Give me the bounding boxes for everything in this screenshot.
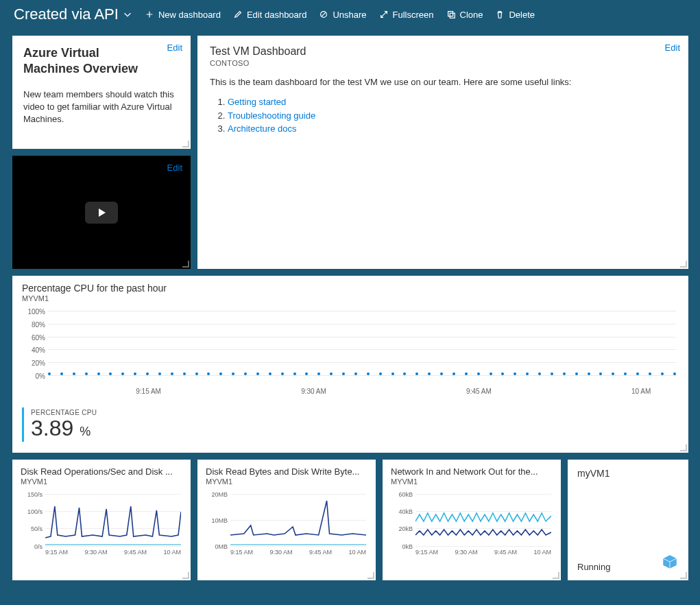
network-sparkline [415, 494, 551, 546]
delete-label: Delete [509, 10, 535, 20]
list-item: Troubleshooting guide [228, 109, 676, 123]
getting-started-link[interactable]: Getting started [228, 97, 286, 107]
network-chart: 60kB 40kB 20kB 0kB [391, 494, 553, 546]
y-tick: 100/s [21, 508, 43, 515]
unshare-label: Unshare [333, 10, 366, 20]
y-tick: 0kB [391, 543, 413, 550]
x-tick: 9:15 AM [415, 549, 438, 556]
testvm-edit-link[interactable]: Edit [665, 43, 680, 53]
disk-ops-tile[interactable]: Disk Read Operations/Sec and Disk ... MY… [12, 460, 191, 580]
delete-button[interactable]: Delete [495, 10, 535, 20]
dashboard-title-text: Created via API [14, 5, 119, 23]
chevron-down-icon [123, 10, 132, 19]
disk-bytes-tile[interactable]: Disk Read Bytes and Disk Write Byte... M… [197, 460, 376, 580]
list-item: Architecture docs [228, 122, 676, 136]
svg-rect-1 [448, 12, 452, 16]
video-tile[interactable]: Edit [12, 156, 191, 269]
dashboard-toolbar: Created via API New dashboard Edit dashb… [0, 0, 700, 36]
fullscreen-label: Fullscreen [393, 10, 434, 20]
y-tick: 0% [22, 372, 45, 380]
new-dashboard-label: New dashboard [158, 10, 221, 20]
disk-ops-resource: MYVM1 [21, 477, 182, 486]
dashboard-grid: Edit Azure Virtual Machines Overview New… [0, 36, 700, 589]
resize-handle[interactable] [182, 141, 189, 147]
overview-tile[interactable]: Edit Azure Virtual Machines Overview New… [12, 36, 191, 149]
disk-ops-chart: 150/s 100/s 50/s 0/s [21, 494, 182, 546]
cpu-metric: PERCENTAGE CPU 3.89 % [22, 407, 679, 442]
testvm-links-list: Getting started Troubleshooting guide Ar… [210, 95, 676, 136]
resize-handle[interactable] [182, 572, 189, 579]
y-tick: 150/s [21, 491, 43, 498]
fullscreen-button[interactable]: Fullscreen [379, 10, 434, 20]
y-tick: 40kB [391, 508, 413, 515]
testvm-org: CONTOSO [210, 59, 676, 67]
clone-label: Clone [460, 10, 483, 20]
disk-bytes-title: Disk Read Bytes and Disk Write Byte... [206, 466, 367, 477]
x-tick: 9:45 AM [494, 549, 517, 556]
y-tick: 60kB [391, 491, 413, 498]
new-dashboard-button[interactable]: New dashboard [145, 10, 221, 20]
x-tick: 9:30 AM [84, 549, 107, 556]
disk-ops-sparkline [45, 494, 181, 546]
dashboard-title[interactable]: Created via API [14, 5, 132, 23]
y-tick: 100% [22, 308, 45, 316]
disk-bytes-chart: 20MB 10MB 0MB [206, 494, 367, 546]
overview-body: New team members should watch this video… [23, 88, 180, 126]
disk-bytes-resource: MYVM1 [206, 477, 367, 486]
vm-status: Running [577, 562, 610, 572]
x-tick: 9:15 AM [230, 549, 253, 556]
video-edit-link[interactable]: Edit [167, 163, 182, 173]
metric-value: 3.89 % [31, 416, 97, 440]
x-tick: 9:45 AM [466, 388, 492, 395]
overview-title: Azure Virtual Machines Overview [23, 45, 180, 76]
resize-handle[interactable] [680, 444, 687, 451]
edit-dashboard-button[interactable]: Edit dashboard [233, 10, 306, 20]
plus-icon [145, 10, 154, 19]
play-icon[interactable] [85, 202, 118, 224]
cpu-chart-tile[interactable]: Percentage CPU for the past hour MYVM1 1… [12, 276, 688, 453]
testvm-tile[interactable]: Edit Test VM Dashboard CONTOSO This is t… [197, 36, 688, 269]
cpu-chart-resource: MYVM1 [22, 294, 679, 302]
y-tick: 0/s [21, 543, 43, 550]
clone-icon [446, 10, 456, 19]
y-tick: 80% [22, 320, 45, 328]
x-tick: 9:30 AM [455, 549, 477, 556]
disk-ops-x-axis: 9:15 AM 9:30 AM 9:45 AM 10 AM [45, 549, 181, 556]
edit-dashboard-label: Edit dashboard [247, 10, 306, 20]
network-x-axis: 9:15 AM 9:30 AM 9:45 AM 10 AM [415, 549, 551, 556]
x-tick: 9:15 AM [45, 549, 68, 556]
x-tick: 10 AM [631, 388, 651, 395]
cpu-chart-area: 100% 80% 60% 40% 20% 0% [22, 311, 679, 385]
svg-rect-2 [450, 13, 455, 18]
resize-handle[interactable] [553, 572, 559, 579]
network-resource: MYVM1 [391, 477, 553, 486]
disk-bytes-x-axis: 9:15 AM 9:30 AM 9:45 AM 10 AM [230, 549, 366, 556]
network-tile[interactable]: Network In and Network Out for the... MY… [383, 460, 561, 580]
resize-handle[interactable] [367, 572, 374, 579]
resize-handle[interactable] [680, 572, 687, 579]
y-tick: 20MB [206, 491, 228, 498]
architecture-link[interactable]: Architecture docs [228, 123, 296, 134]
x-tick: 9:15 AM [136, 388, 161, 395]
y-tick: 0MB [206, 543, 228, 550]
y-tick: 20% [22, 359, 45, 367]
cpu-x-axis: 9:15 AM 9:30 AM 9:45 AM 10 AM [48, 388, 676, 395]
unshare-button[interactable]: Unshare [319, 10, 366, 20]
vm-icon [661, 553, 679, 573]
overview-edit-link[interactable]: Edit [167, 43, 182, 53]
clone-button[interactable]: Clone [446, 10, 483, 20]
x-tick: 9:45 AM [124, 549, 147, 556]
disk-bytes-sparkline [230, 494, 366, 546]
y-tick: 20kB [391, 525, 413, 532]
disk-ops-title: Disk Read Operations/Sec and Disk ... [21, 466, 182, 477]
y-tick: 60% [22, 333, 45, 341]
vm-status-tile[interactable]: myVM1 Running [568, 460, 688, 580]
cpu-chart-title: Percentage CPU for the past hour [22, 283, 679, 294]
y-tick: 50/s [21, 525, 43, 532]
y-tick: 10MB [206, 517, 228, 524]
troubleshooting-link[interactable]: Troubleshooting guide [228, 110, 315, 121]
testvm-title: Test VM Dashboard [210, 45, 676, 58]
testvm-desc: This is the team dashboard for the test … [210, 77, 676, 87]
resize-handle[interactable] [680, 261, 687, 268]
resize-handle[interactable] [182, 261, 189, 268]
